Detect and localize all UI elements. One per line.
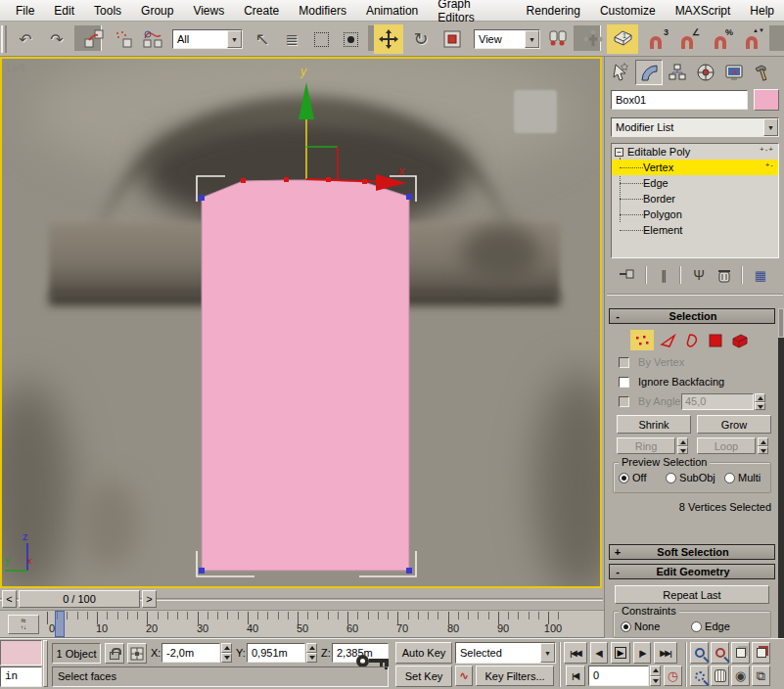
dropdown-arrow-icon[interactable]: ▼ [227,30,242,48]
radio-icon[interactable] [691,621,702,632]
collapse-box[interactable]: − [615,148,623,157]
tab-modify[interactable] [635,60,663,85]
menu-animation[interactable]: Animation [356,2,428,20]
show-end-result-button[interactable]: ∥ [652,264,675,286]
rollout-selection-header[interactable]: - Selection [609,308,775,324]
stack-row-border[interactable]: Border [612,191,778,207]
open-mini-curve-editor-button[interactable]: ≈↑↓ [8,615,39,634]
key-mode-toggle-button[interactable]: |◀| [566,666,585,686]
previous-frame-arrow[interactable]: < [2,590,17,608]
key-filters-button[interactable]: Key Filters... [476,666,554,686]
object-name-field[interactable]: Box01 [611,90,748,110]
window-crossing-button[interactable] [337,25,364,53]
repeat-last-button[interactable]: Repeat Last [615,585,769,604]
preview-subobj-radio[interactable]: SubObj [666,472,715,483]
set-key-button[interactable]: Set Key [395,666,452,687]
menu-rendering[interactable]: Rendering [517,2,590,20]
stack-row-element[interactable]: Element [612,222,778,238]
rectangular-selection-region-button[interactable] [307,25,335,53]
edge-subobject-button[interactable] [658,330,679,350]
y-spinner[interactable] [306,643,317,663]
auto-key-button[interactable]: Auto Key [395,642,452,664]
by-angle-spinner[interactable] [755,393,765,410]
macro-recorder-pane[interactable] [0,640,42,666]
remove-modifier-button[interactable] [713,264,736,286]
stack-row-edge[interactable]: Edge [612,175,778,191]
toolbar-grip[interactable] [1,25,7,53]
select-and-manipulate-button[interactable] [579,25,607,53]
select-by-name-button[interactable]: ≣ [278,25,305,53]
radio-icon[interactable] [621,621,631,632]
track-bar[interactable]: ≈↑↓ 0 10 20 30 40 50 60 70 80 90 100 [0,611,604,638]
region-zoom-button[interactable] [690,666,709,686]
rollout-soft-selection-header[interactable]: + Soft Selection [609,544,775,560]
maxscript-listener-pane[interactable]: in [0,666,42,687]
element-subobject-button[interactable] [728,330,752,350]
current-frame-field[interactable]: 0 [588,666,649,686]
time-slider-handle[interactable]: 0 / 100 [19,590,140,608]
select-and-link-button[interactable] [80,25,108,53]
tab-display[interactable] [720,60,748,85]
radio-icon[interactable] [666,473,676,483]
zoom-extents-all-button[interactable] [752,642,770,664]
panel-scrollbar[interactable] [778,308,784,638]
by-angle-field[interactable]: 45,0 [681,393,754,410]
zoom-button[interactable] [690,642,709,664]
stack-row-vertex[interactable]: Vertex +˖ [612,160,778,175]
stack-row-root[interactable]: − Editable Poly +˖+ [612,144,778,160]
loop-button[interactable]: Loop [697,437,756,454]
gizmo-y-arrowhead[interactable] [299,82,314,119]
menu-tools[interactable]: Tools [84,2,131,20]
y-coord-field[interactable]: 0,951m [247,643,305,663]
modifier-list-dropdown[interactable]: Modifier List▼ [611,117,779,137]
by-vertex-checkbox[interactable] [619,357,629,368]
by-angle-row[interactable]: By Angle: [619,395,684,407]
stack-row-polygon[interactable]: Polygon [612,207,778,222]
preview-multi-radio[interactable]: Multi [724,472,761,483]
percent-snap-button[interactable]: % [707,25,734,53]
panel-scrollbar-thumb[interactable] [778,308,784,338]
dropdown-arrow-icon[interactable]: ▼ [763,118,778,136]
zoom-extents-button[interactable] [731,642,750,664]
next-frame-button[interactable]: |▶ [633,642,651,664]
menu-edit[interactable]: Edit [44,2,84,20]
viewport-left[interactable]: y x z y x Left [0,57,602,588]
menu-customize[interactable]: Customize [590,2,666,20]
frame-spinner[interactable] [650,666,661,686]
select-object-button[interactable]: ↖ [249,25,276,53]
tab-motion[interactable] [692,60,719,85]
constraint-edge-radio[interactable]: Edge [691,620,730,632]
absolute-mode-toggle[interactable] [127,643,147,664]
tab-create[interactable] [607,60,634,85]
rollout-edit-geometry-header[interactable]: - Edit Geometry [609,564,775,579]
configure-modifier-sets-button[interactable]: ▦ [748,264,773,286]
use-pivot-center-button[interactable] [544,25,572,53]
border-subobject-button[interactable] [681,330,703,350]
menu-help[interactable]: Help [740,2,784,20]
menu-create[interactable]: Create [234,2,289,20]
by-angle-checkbox[interactable] [619,396,629,407]
listener-splitter[interactable] [43,640,48,687]
menu-file[interactable]: File [6,2,44,20]
redo-button[interactable]: ↷ [43,25,70,53]
object-color-swatch[interactable] [754,89,779,111]
menu-views[interactable]: Views [183,2,234,20]
previous-frame-button[interactable]: ◀| [590,642,608,664]
radio-icon[interactable] [724,473,735,483]
undo-button[interactable]: ↶ [12,25,39,53]
tab-hierarchy[interactable] [664,60,691,85]
zoom-all-button[interactable] [711,642,729,664]
keyboard-override-toggle[interactable]: 1 [607,24,638,54]
ring-spinner[interactable] [677,437,688,454]
clipped-toolbar-button[interactable] [774,25,784,53]
bind-to-space-warp-button[interactable] [139,25,166,53]
move-gizmo[interactable] [299,82,406,191]
default-tangents-button[interactable]: ∿ [455,666,473,686]
go-to-start-button[interactable]: |◀◀ [564,642,587,664]
selection-filter-dropdown[interactable]: All▼ [172,29,243,49]
select-and-scale-button[interactable] [438,25,466,53]
spinner-snap-button[interactable]: ▲▼ [738,25,765,53]
dropdown-arrow-icon[interactable]: ▼ [525,30,539,48]
constraint-none-radio[interactable]: None [621,620,660,632]
polygon-subobject-button[interactable] [705,330,726,350]
